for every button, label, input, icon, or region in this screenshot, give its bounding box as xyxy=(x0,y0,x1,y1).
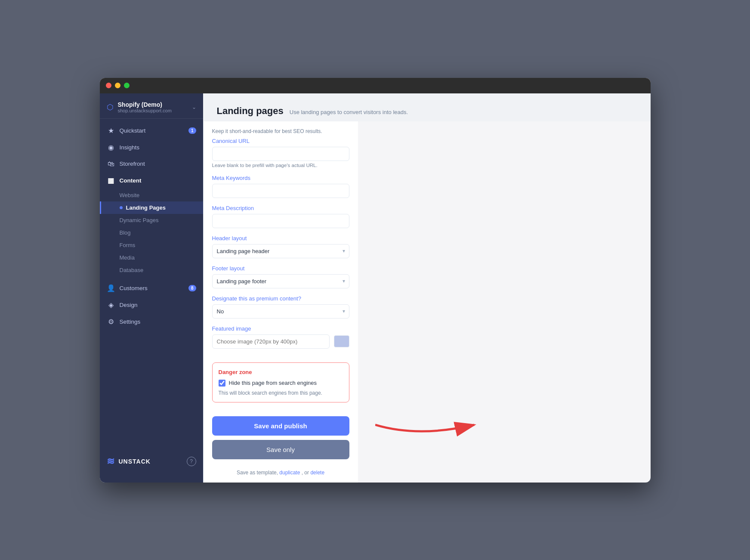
sidebar-item-insights[interactable]: ◉ Insights xyxy=(100,139,203,156)
blog-label: Blog xyxy=(120,229,131,236)
quickstart-badge: 1 xyxy=(188,127,196,134)
website-label: Website xyxy=(120,192,140,198)
sidebar-item-quickstart[interactable]: ★ Quickstart 1 xyxy=(100,122,203,139)
page-subtitle: Use landing pages to convert visitors in… xyxy=(290,109,408,115)
unstack-label: UNSTACK xyxy=(119,458,151,465)
brand-chevron-icon: ⌄ xyxy=(192,104,196,110)
forms-label: Forms xyxy=(120,242,136,248)
customers-badge: 8 xyxy=(188,285,196,291)
customers-label: Customers xyxy=(120,285,148,291)
titlebar xyxy=(100,78,651,93)
content-icon: ▦ xyxy=(107,176,115,185)
main-area: Landing pages Use landing pages to conve… xyxy=(203,93,651,483)
danger-zone-hint: This will block search engines from this… xyxy=(219,390,343,396)
meta-keywords-label: Meta Keywords xyxy=(212,175,349,181)
main-content: Landing pages Use landing pages to conve… xyxy=(203,93,651,121)
page-title: Landing pages xyxy=(217,105,284,117)
media-label: Media xyxy=(120,254,135,261)
featured-image-label: Featured image xyxy=(212,325,349,332)
danger-zone-section: Danger zone Hide this page from search e… xyxy=(212,362,349,402)
footer-layout-label: Footer layout xyxy=(212,265,349,272)
featured-image-input[interactable] xyxy=(212,334,330,349)
meta-description-input[interactable]: PDP | Sweatshirt xyxy=(212,214,349,228)
hide-from-search-label: Hide this page from search engines xyxy=(229,380,317,386)
canonical-url-label: Canonical URL xyxy=(212,138,349,144)
app-body: ⬡ Shopify (Demo) shop.unstacksupport.com… xyxy=(100,93,651,483)
quickstart-label: Quickstart xyxy=(120,127,146,134)
design-label: Design xyxy=(120,302,138,308)
brand-info: Shopify (Demo) shop.unstacksupport.com xyxy=(118,101,172,113)
page-header: Landing pages Use landing pages to conve… xyxy=(217,105,637,117)
delete-link[interactable]: delete xyxy=(310,470,324,476)
header-layout-label: Header layout xyxy=(212,235,349,241)
insights-label: Insights xyxy=(120,144,140,151)
settings-label: Settings xyxy=(120,319,141,325)
canonical-url-field: Canonical URL Leave blank to be prefill … xyxy=(212,138,349,168)
minimize-button[interactable] xyxy=(115,83,120,88)
meta-description-field: Meta Description PDP | Sweatshirt xyxy=(212,205,349,228)
duplicate-link[interactable]: duplicate xyxy=(279,470,300,476)
main-inner: Landing pages Use landing pages to conve… xyxy=(203,93,651,121)
premium-content-label: Designate this as premium content? xyxy=(212,295,349,302)
panel-footer-links: Save as template, duplicate , or delete xyxy=(204,466,358,483)
red-arrow-annotation xyxy=(375,408,487,444)
premium-content-select[interactable]: No Yes xyxy=(212,304,349,319)
help-button[interactable]: ? xyxy=(187,457,196,466)
sidebar-item-storefront[interactable]: 🛍 Storefront xyxy=(100,156,203,172)
sidebar-sub-item-landing-pages[interactable]: Landing Pages xyxy=(100,201,203,214)
sidebar-item-settings[interactable]: ⚙ Settings xyxy=(100,313,203,330)
panel-body: Canonical URL Leave blank to be prefill … xyxy=(204,138,358,356)
sidebar-sub-item-blog[interactable]: Blog xyxy=(100,226,203,239)
hide-from-search-checkbox[interactable] xyxy=(219,380,225,387)
footer-layout-wrapper: Landing page footer Default footer None … xyxy=(212,274,349,288)
brand-icon: ⬡ xyxy=(107,102,114,112)
sidebar-item-content[interactable]: ▦ Content xyxy=(100,172,203,189)
canonical-url-hint: Leave blank to be prefill with page's ac… xyxy=(212,163,349,168)
premium-content-wrapper: No Yes ▾ xyxy=(212,304,349,319)
sidebar-footer: ≋ UNSTACK ? xyxy=(100,449,203,474)
canonical-url-input[interactable] xyxy=(212,147,349,161)
unstack-logo-icon: ≋ xyxy=(107,456,114,467)
quickstart-icon: ★ xyxy=(107,127,115,135)
insights-icon: ◉ xyxy=(107,143,115,152)
right-panel: Keep it short-and-readable for best SEO … xyxy=(203,121,358,483)
danger-zone-title: Danger zone xyxy=(219,369,343,375)
header-layout-wrapper: Landing page header Default header None … xyxy=(212,244,349,258)
sidebar-sub-item-dynamic-pages[interactable]: Dynamic Pages xyxy=(100,214,203,226)
featured-image-thumbnail[interactable] xyxy=(334,335,349,347)
sidebar-item-design[interactable]: ◈ Design xyxy=(100,297,203,313)
header-layout-field: Header layout Landing page header Defaul… xyxy=(212,235,349,258)
save-only-button[interactable]: Save only xyxy=(212,440,349,459)
storefront-icon: 🛍 xyxy=(107,160,115,168)
meta-keywords-input[interactable] xyxy=(212,184,349,198)
save-publish-button[interactable]: Save and publish xyxy=(212,416,349,436)
hide-from-search-row: Hide this page from search engines xyxy=(219,380,343,387)
meta-keywords-field: Meta Keywords xyxy=(212,175,349,198)
header-layout-select[interactable]: Landing page header Default header None xyxy=(212,244,349,258)
customers-icon: 👤 xyxy=(107,284,115,292)
panel-actions: Save and publish Save only xyxy=(204,409,358,466)
maximize-button[interactable] xyxy=(124,83,130,88)
storefront-label: Storefront xyxy=(120,161,145,167)
seo-hint: Keep it short-and-readable for best SEO … xyxy=(204,121,358,138)
featured-image-field: Featured image xyxy=(212,325,349,349)
sidebar-sub-item-forms[interactable]: Forms xyxy=(100,239,203,251)
active-dot xyxy=(120,206,123,209)
app-window: ⬡ Shopify (Demo) shop.unstacksupport.com… xyxy=(100,78,651,483)
or-text: , or xyxy=(302,470,311,476)
brand-name: Shopify (Demo) xyxy=(118,101,172,108)
help-icon: ? xyxy=(190,458,193,464)
sidebar-sub-item-website[interactable]: Website xyxy=(100,189,203,201)
sidebar-item-customers[interactable]: 👤 Customers 8 xyxy=(100,280,203,297)
design-icon: ◈ xyxy=(107,301,115,309)
content-label: Content xyxy=(120,177,142,184)
sidebar-sub-item-media[interactable]: Media xyxy=(100,251,203,264)
sidebar-brand[interactable]: ⬡ Shopify (Demo) shop.unstacksupport.com… xyxy=(100,93,203,119)
content-sub-menu: Website Landing Pages Dynamic Pages Blog… xyxy=(100,189,203,276)
close-button[interactable] xyxy=(106,83,111,88)
settings-icon: ⚙ xyxy=(107,318,115,326)
save-as-template-text: Save as template, xyxy=(237,470,279,476)
sidebar-sub-item-database[interactable]: Database xyxy=(100,264,203,276)
sidebar: ⬡ Shopify (Demo) shop.unstacksupport.com… xyxy=(100,93,203,483)
footer-layout-select[interactable]: Landing page footer Default footer None xyxy=(212,274,349,288)
